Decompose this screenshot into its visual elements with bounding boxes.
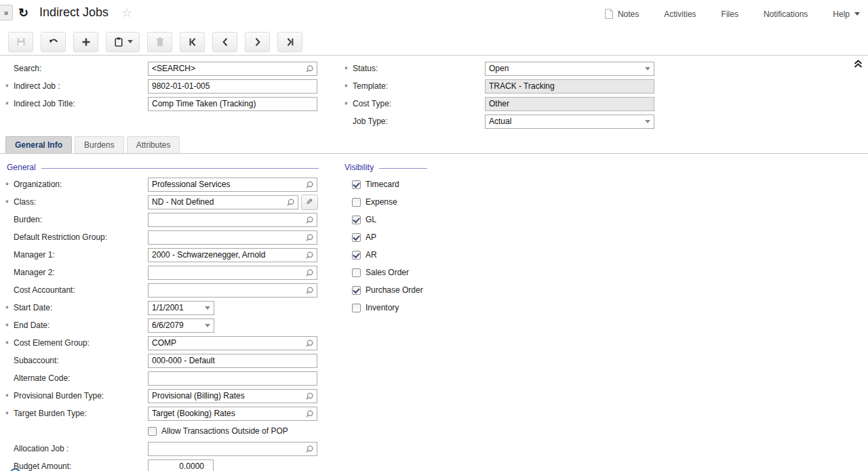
field-value: 0.0000 — [152, 462, 210, 471]
section-title: General — [7, 163, 36, 172]
field-value: <SEARCH> — [152, 64, 303, 73]
budget-amount-field[interactable]: 0.0000 — [148, 459, 214, 471]
checkbox-label: Inventory — [366, 303, 399, 312]
dropdown-caret-icon[interactable] — [645, 67, 650, 70]
dropdown-caret-icon[interactable] — [645, 120, 650, 123]
favorite-star-icon[interactable]: ☆ — [121, 5, 132, 20]
prev-record-button[interactable] — [212, 32, 237, 52]
visibility-expense-checkbox[interactable] — [352, 198, 361, 207]
visibility-ap-checkbox[interactable] — [352, 233, 361, 242]
field-label: End Date: — [14, 321, 148, 330]
magnifier-icon[interactable] — [305, 286, 315, 295]
tab-general-info[interactable]: General Info — [5, 136, 72, 153]
field-value: 000-000 - Default — [152, 356, 313, 365]
class-lookup[interactable]: ND - Not Defined — [148, 195, 298, 209]
visibility-timecard-checkbox[interactable] — [352, 180, 361, 189]
required-marker — [5, 360, 14, 362]
visibility-checkboxes: Timecard Expense GL AP AR Sales Order Pu… — [344, 176, 548, 316]
magnifier-icon[interactable] — [305, 64, 315, 74]
required-marker: * — [344, 81, 353, 92]
field-label: Status: — [353, 64, 485, 73]
menu-activities[interactable]: Activities — [664, 9, 696, 19]
magnifier-icon[interactable] — [305, 233, 315, 243]
section-divider — [41, 168, 319, 169]
tab-attributes[interactable]: Attributes — [127, 136, 180, 153]
provisional-burden-type-lookup[interactable]: Provisional (Billing) Rates — [148, 389, 317, 403]
required-marker: * — [344, 63, 353, 75]
first-record-button[interactable] — [180, 32, 205, 52]
refresh-icon[interactable]: ↻ — [18, 5, 28, 20]
magnifier-icon[interactable] — [305, 180, 315, 190]
allocation-job-lookup[interactable] — [148, 442, 317, 456]
delete-button[interactable] — [147, 32, 172, 52]
field-label: Manager 2: — [14, 268, 148, 277]
field-label: Indirect Job Title: — [14, 99, 148, 108]
magnifier-icon[interactable] — [305, 409, 315, 419]
visibility-purchase-order-checkbox[interactable] — [352, 286, 361, 295]
field-value: TRACK - Tracking — [489, 81, 650, 91]
dropdown-caret-icon[interactable] — [205, 324, 210, 327]
manager1-lookup[interactable]: 2000 - Schwarzenegger, Arnold — [148, 248, 317, 262]
burden-lookup[interactable] — [148, 213, 317, 227]
subaccount-field[interactable]: 000-000 - Default — [148, 354, 317, 368]
indirect-job-title-field[interactable]: Comp Time Taken (Tracking) — [148, 97, 317, 111]
end-date-picker[interactable]: 6/6/2079 — [148, 319, 214, 333]
magnifier-icon[interactable] — [286, 198, 296, 207]
next-record-button[interactable] — [245, 32, 270, 52]
field-value: Actual — [489, 117, 640, 126]
double-chevron-up-icon — [853, 59, 863, 69]
dropdown-caret-icon[interactable] — [205, 306, 210, 310]
target-burden-type-lookup[interactable]: Target (Booking) Rates — [148, 407, 317, 421]
field-label: Job Type: — [353, 117, 485, 126]
cost-accountant-lookup[interactable] — [148, 283, 317, 298]
paste-button[interactable] — [106, 32, 140, 52]
chevron-right-icon — [252, 37, 263, 47]
top-bar: » ↻ Indirect Jobs ☆ Notes Activities Fil… — [0, 0, 868, 28]
visibility-inventory-checkbox[interactable] — [352, 304, 361, 312]
section-title: Visibility — [344, 163, 374, 172]
magnifier-icon[interactable] — [305, 445, 315, 454]
sidebar-expander-button[interactable]: » — [0, 5, 13, 20]
search-input[interactable]: <SEARCH> — [148, 62, 317, 76]
undo-button[interactable] — [41, 32, 66, 52]
class-edit-button[interactable]: ✎ — [301, 194, 318, 210]
indirect-job-field[interactable]: 9802-01-01-005 — [148, 79, 317, 94]
allow-transactions-checkbox[interactable] — [148, 427, 157, 436]
field-value: Open — [489, 64, 640, 73]
default-restriction-group-lookup[interactable] — [148, 230, 317, 245]
menu-notes[interactable]: Notes — [605, 9, 639, 19]
magnifier-icon[interactable] — [305, 392, 315, 401]
save-icon — [16, 37, 26, 47]
paste-caret-icon[interactable] — [127, 40, 133, 43]
save-button[interactable] — [8, 32, 33, 52]
magnifier-icon[interactable] — [305, 216, 315, 225]
magnifier-icon[interactable] — [305, 268, 315, 278]
required-marker — [5, 448, 14, 450]
start-date-picker[interactable]: 1/1/2001 — [148, 301, 214, 315]
menu-files[interactable]: Files — [722, 9, 738, 19]
tab-burdens[interactable]: Burdens — [75, 136, 124, 153]
visibility-sales-order-checkbox[interactable] — [352, 268, 361, 277]
status-dropdown[interactable]: Open — [485, 62, 654, 76]
menu-help[interactable]: Help — [833, 9, 860, 19]
field-label: Cost Type: — [353, 99, 485, 108]
visibility-ar-checkbox[interactable] — [352, 251, 361, 260]
cost-element-group-lookup[interactable]: COMP — [148, 336, 317, 350]
menu-notifications[interactable]: Notifications — [764, 9, 808, 19]
manager2-lookup[interactable] — [148, 266, 317, 280]
job-type-dropdown[interactable]: Actual — [485, 115, 654, 129]
organization-lookup[interactable]: Professional Services — [148, 178, 317, 192]
notes-icon — [605, 9, 613, 19]
collapse-form-button[interactable] — [853, 59, 863, 69]
help-caret-icon — [854, 12, 860, 16]
last-record-button[interactable] — [277, 32, 302, 52]
chevron-left-icon — [220, 37, 231, 47]
visibility-gl-checkbox[interactable] — [352, 216, 361, 224]
magnifier-icon[interactable] — [305, 339, 315, 348]
general-section-header: General — [7, 163, 319, 172]
alternate-code-field[interactable] — [148, 371, 317, 386]
magnifier-icon[interactable] — [305, 251, 315, 260]
section-divider — [379, 168, 427, 169]
required-marker: * — [344, 98, 353, 110]
add-button[interactable] — [73, 32, 98, 52]
